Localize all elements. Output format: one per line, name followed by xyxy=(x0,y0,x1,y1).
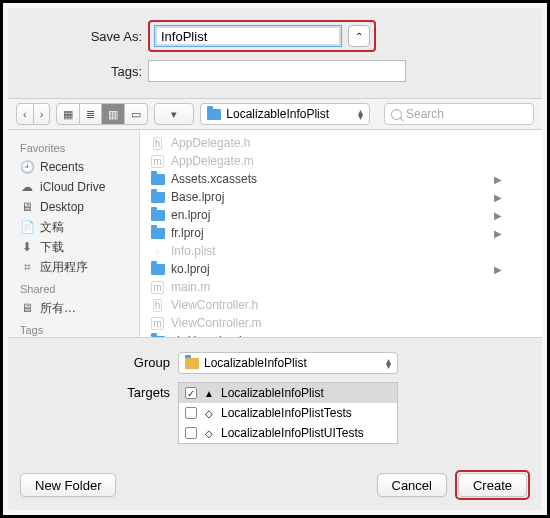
down-icon: ⬇︎ xyxy=(20,240,34,254)
path-label: LocalizableInfoPlist xyxy=(226,107,329,121)
globe-icon: 🖥 xyxy=(20,301,34,315)
path-popup[interactable]: LocalizableInfoPlist ▴▾ xyxy=(200,103,370,125)
view-icon-button[interactable]: ▦ xyxy=(56,103,80,125)
sidebar-item[interactable]: ⬇︎ 下载 xyxy=(20,237,139,257)
sidebar-item-label: Desktop xyxy=(40,200,84,214)
file-row[interactable]: m AppDelegate.m xyxy=(140,152,542,170)
m-file-icon: m xyxy=(151,317,163,330)
h-file-icon: h xyxy=(153,137,163,150)
save-as-input[interactable] xyxy=(154,25,342,47)
view-column-button[interactable]: ▥ xyxy=(102,103,125,125)
target-row[interactable]: ◇ LocalizableInfoPlistTests xyxy=(179,403,397,423)
file-row[interactable]: m ViewController.m xyxy=(140,314,542,332)
folder-icon xyxy=(151,192,165,203)
group-label: Group xyxy=(28,352,178,370)
target-name: LocalizableInfoPlistTests xyxy=(221,406,352,420)
sidebar-head-shared: Shared xyxy=(20,283,139,295)
folder-icon xyxy=(151,174,165,185)
view-list-button[interactable]: ≣ xyxy=(80,103,102,125)
sidebar-item-label: 文稿 xyxy=(40,219,64,236)
file-name: en.lproj xyxy=(171,208,210,222)
test-icon: ◇ xyxy=(203,427,215,439)
file-row[interactable]: h AppDelegate.h xyxy=(140,134,542,152)
search-placeholder: Search xyxy=(406,107,444,121)
disclosure-arrow-icon: ▶ xyxy=(494,210,532,221)
sidebar-head-tags: Tags xyxy=(20,324,139,336)
cover-view-icon: ▭ xyxy=(131,108,141,121)
create-highlight: Create xyxy=(455,470,530,500)
list-view-icon: ≣ xyxy=(86,108,95,121)
new-folder-button[interactable]: New Folder xyxy=(20,473,116,497)
file-row[interactable]: m main.m xyxy=(140,278,542,296)
nav-back-button[interactable]: ‹ xyxy=(16,103,34,125)
file-name: main.m xyxy=(171,280,210,294)
test-icon: ◇ xyxy=(203,407,215,419)
sidebar-item[interactable]: ☁︎ iCloud Drive xyxy=(20,177,139,197)
target-checkbox[interactable]: ✓ xyxy=(185,387,197,399)
file-row[interactable]: ko.lproj ▶ xyxy=(140,260,542,278)
file-column: h AppDelegate.h m AppDelegate.m Assets.x… xyxy=(140,130,542,337)
app-icon: ▲ xyxy=(203,387,215,399)
search-input[interactable]: Search xyxy=(384,103,534,125)
targets-list: ✓ ▲ LocalizableInfoPlist ◇ LocalizableIn… xyxy=(178,382,398,444)
file-row[interactable]: h ViewController.h xyxy=(140,296,542,314)
options-button[interactable]: ▾ xyxy=(154,103,194,125)
group-popup[interactable]: LocalizableInfoPlist ▴▾ xyxy=(178,352,398,374)
popup-chevrons-icon: ▴▾ xyxy=(358,109,363,119)
target-row[interactable]: ◇ LocalizableInfoPlistUITests xyxy=(179,423,397,443)
sidebar: Favorites 🕘 Recents ☁︎ iCloud Drive 🖥 De… xyxy=(8,130,140,337)
target-checkbox[interactable] xyxy=(185,407,197,419)
folder-icon xyxy=(151,228,165,239)
view-cover-button[interactable]: ▭ xyxy=(125,103,148,125)
options-icon: ▾ xyxy=(171,108,177,121)
folder-icon xyxy=(151,336,165,338)
file-name: ViewController.m xyxy=(171,316,261,330)
sidebar-item[interactable]: 📄 文稿 xyxy=(20,217,139,237)
collapse-button[interactable]: ⌃ xyxy=(348,25,370,47)
sidebar-item-label: 应用程序 xyxy=(40,259,88,276)
disclosure-arrow-icon: ▶ xyxy=(494,228,532,239)
file-name: AppDelegate.m xyxy=(171,154,254,168)
h-file-icon: h xyxy=(153,299,163,312)
sidebar-item-label: 下载 xyxy=(40,239,64,256)
target-name: LocalizableInfoPlistUITests xyxy=(221,426,364,440)
search-icon xyxy=(391,109,402,120)
icon-view-icon: ▦ xyxy=(63,108,73,121)
file-row[interactable]: en.lproj ▶ xyxy=(140,206,542,224)
nav-fwd-button[interactable]: › xyxy=(34,103,51,125)
file-name: Info.plist xyxy=(171,244,216,258)
file-row[interactable]: Assets.xcassets ▶ xyxy=(140,170,542,188)
file-row[interactable]: Base.lproj ▶ xyxy=(140,188,542,206)
tags-input[interactable] xyxy=(148,60,406,82)
sidebar-item[interactable]: 🖥 所有… xyxy=(20,298,139,318)
browser-toolbar: ‹ › ▦ ≣ ▥ ▭ ▾ LocalizableInfoPlist ▴▾ Se… xyxy=(8,98,542,130)
cloud-icon: ☁︎ xyxy=(20,180,34,194)
group-folder-icon xyxy=(185,358,199,369)
target-checkbox[interactable] xyxy=(185,427,197,439)
cancel-button[interactable]: Cancel xyxy=(377,473,447,497)
group-value: LocalizableInfoPlist xyxy=(204,356,307,370)
sidebar-item[interactable]: 🕘 Recents xyxy=(20,157,139,177)
folder-icon xyxy=(207,109,221,120)
desktop-icon: 🖥 xyxy=(20,200,34,214)
sidebar-head-favorites: Favorites xyxy=(20,142,139,154)
file-row[interactable]: fr.lproj ▶ xyxy=(140,224,542,242)
sidebar-item[interactable]: 🖥 Desktop xyxy=(20,197,139,217)
chevron-left-icon: ‹ xyxy=(23,108,27,120)
chevron-right-icon: › xyxy=(40,108,44,120)
sidebar-item[interactable]: ⌗ 应用程序 xyxy=(20,257,139,277)
clock-icon: 🕘 xyxy=(20,160,34,174)
m-file-icon: m xyxy=(151,281,163,294)
file-name: Base.lproj xyxy=(171,190,224,204)
column-view-icon: ▥ xyxy=(108,108,118,121)
disclosure-arrow-icon: ▶ xyxy=(494,174,532,185)
sidebar-item-label: iCloud Drive xyxy=(40,180,105,194)
create-button[interactable]: Create xyxy=(458,473,527,497)
disclosure-arrow-icon: ▶ xyxy=(494,264,532,275)
target-row[interactable]: ✓ ▲ LocalizableInfoPlist xyxy=(179,383,397,403)
file-row[interactable]: ▫︎ Info.plist xyxy=(140,242,542,260)
target-name: LocalizableInfoPlist xyxy=(221,386,324,400)
save-as-highlight: ⌃ xyxy=(148,20,376,52)
save-as-label: Save As: xyxy=(28,29,148,44)
targets-label: Targets xyxy=(28,382,178,400)
